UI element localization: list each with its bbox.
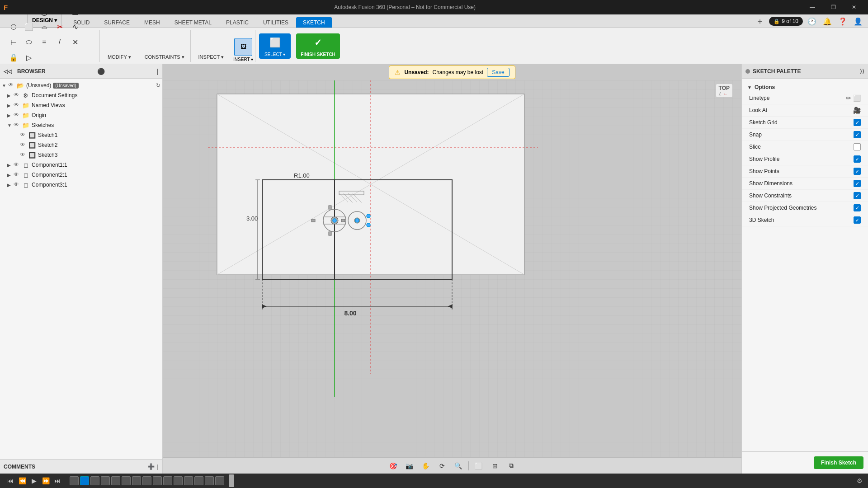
c1-eye[interactable]: 👁: [14, 161, 21, 169]
palette-row-linetype[interactable]: Linetype ✏ ⬜: [742, 92, 868, 104]
modify-btn[interactable]: MODIFY ▾: [104, 53, 135, 62]
sketches-eye[interactable]: 👁: [14, 122, 21, 129]
save-button[interactable]: Save: [487, 68, 509, 77]
timeline-item-4[interactable]: [111, 476, 120, 485]
bell-button[interactable]: 🔔: [821, 15, 834, 28]
view-cube-btn[interactable]: ⧉: [505, 460, 518, 472]
root-eye[interactable]: 👁: [8, 82, 15, 89]
show-points-checkbox[interactable]: ✓: [854, 168, 861, 175]
minimize-button[interactable]: —: [802, 0, 823, 14]
inspect-btn[interactable]: INSPECT ▾: [194, 53, 228, 62]
constraints-btn[interactable]: CONSTRAINTS ▾: [141, 53, 189, 62]
timeline-item-9[interactable]: [163, 476, 172, 485]
tree-origin[interactable]: ▶ 👁 📁 Origin: [0, 110, 162, 120]
cut-tool[interactable]: ✂: [52, 19, 67, 34]
timeline-item-3[interactable]: [101, 476, 110, 485]
step-forward-button[interactable]: ⏩: [41, 476, 51, 486]
palette-row-show-projected[interactable]: Show Projected Geometries ✓: [742, 202, 868, 214]
select-button[interactable]: ⬜ SELECT ▾: [259, 33, 291, 59]
linetype-icon2[interactable]: ⬜: [853, 94, 861, 102]
lookat-icon[interactable]: 🎥: [853, 107, 861, 114]
tab-sketch[interactable]: SKETCH: [296, 17, 332, 28]
tab-surface[interactable]: SURFACE: [97, 17, 137, 28]
palette-expand-icon[interactable]: ⟩⟩: [860, 68, 864, 75]
timeline-item-7[interactable]: [142, 476, 151, 485]
palette-row-3d-sketch[interactable]: 3D Sketch ✓: [742, 214, 868, 226]
palette-row-show-dimensions[interactable]: Show Dimensions ✓: [742, 178, 868, 190]
collapse-left-icon[interactable]: ◁◁: [4, 68, 12, 75]
display-mode-btn[interactable]: ⬜: [472, 460, 485, 472]
s1-eye[interactable]: 👁: [20, 131, 27, 139]
browser-collapse-icon[interactable]: |: [157, 68, 159, 75]
tree-sketch1[interactable]: 👁 🔲 Sketch1: [0, 130, 162, 140]
add-tab-button[interactable]: ＋: [754, 15, 766, 28]
timeline-playhead[interactable]: [229, 474, 234, 487]
lock-tool[interactable]: 🔒: [6, 50, 21, 65]
timeline-item-10[interactable]: [174, 476, 183, 485]
maximize-button[interactable]: ❐: [823, 0, 844, 14]
capture-tool-btn[interactable]: 📷: [403, 460, 416, 472]
timeline-item-14[interactable]: [215, 476, 224, 485]
palette-row-sketch-grid[interactable]: Sketch Grid ✓: [742, 117, 868, 129]
wave-tool[interactable]: ∿: [68, 19, 82, 34]
triang2-tool[interactable]: ▷: [22, 50, 36, 65]
clock-button[interactable]: 🕐: [806, 15, 818, 28]
user-button[interactable]: 👤: [852, 15, 864, 28]
palette-row-show-constraints[interactable]: Show Constraints ✓: [742, 190, 868, 202]
timeline-item-2[interactable]: [90, 476, 99, 485]
palette-row-show-profile[interactable]: Show Profile ✓: [742, 153, 868, 165]
slash-tool[interactable]: /: [52, 35, 67, 49]
timeline-item-6[interactable]: [132, 476, 141, 485]
tree-sketch3[interactable]: 👁 🔲 Sketch3: [0, 150, 162, 160]
tree-sketch2[interactable]: 👁 🔲 Sketch2: [0, 140, 162, 150]
timeline-item-8[interactable]: [153, 476, 162, 485]
timeline-item[interactable]: [70, 476, 79, 485]
orbit-tool-btn[interactable]: ⟳: [436, 460, 448, 472]
timeline-item-5[interactable]: [122, 476, 131, 485]
skip-start-button[interactable]: ⏮: [5, 476, 15, 486]
slice-checkbox[interactable]: [854, 143, 861, 150]
tree-doc-settings[interactable]: ▶ 👁 ⚙ Document Settings: [0, 90, 162, 100]
help-button[interactable]: ❓: [836, 15, 849, 28]
grid-btn[interactable]: ⊞: [489, 460, 501, 472]
spline-tool[interactable]: ⌓: [37, 19, 52, 34]
play-button[interactable]: ▶: [29, 476, 39, 486]
sketch-viewport[interactable]: R1.00 3.00: [163, 80, 741, 457]
views-eye[interactable]: 👁: [14, 102, 21, 109]
settings-gear-button[interactable]: ⚙: [857, 477, 863, 484]
square2-tool[interactable]: ⬜: [22, 19, 36, 34]
sketch-svg[interactable]: R1.00 3.00: [163, 80, 741, 457]
c3-eye[interactable]: 👁: [14, 181, 21, 188]
pan-tool-btn[interactable]: ✋: [420, 460, 432, 472]
palette-row-show-points[interactable]: Show Points ✓: [742, 165, 868, 178]
linetype-icon1[interactable]: ✏: [846, 94, 851, 102]
polygon-tool[interactable]: ⬡: [6, 19, 21, 34]
tab-mesh[interactable]: MESH: [137, 17, 167, 28]
options-header[interactable]: ▼ Options: [742, 82, 868, 92]
ellipse-tool[interactable]: ⬭: [22, 35, 36, 49]
finish-sketch-ribbon-button[interactable]: ✓ FINISH SKETCH: [296, 33, 340, 59]
tree-comp3[interactable]: ▶ 👁 ◻ Component3:1: [0, 180, 162, 190]
timeline-item-12[interactable]: [194, 476, 203, 485]
skip-end-button[interactable]: ⏭: [52, 476, 62, 486]
canvas-area[interactable]: ⚠ Unsaved: Changes may be lost Save: [163, 64, 741, 474]
c2-eye[interactable]: 👁: [14, 171, 21, 178]
timeline-item-13[interactable]: [205, 476, 214, 485]
origin-eye[interactable]: 👁: [14, 112, 21, 119]
cross-tool[interactable]: ✕: [68, 35, 82, 49]
step-back-button[interactable]: ⏪: [17, 476, 27, 486]
tree-sketches[interactable]: ▼ 👁 📁 Sketches: [0, 120, 162, 130]
show-projected-checkbox[interactable]: ✓: [854, 204, 861, 211]
palette-row-lookat[interactable]: Look At 🎥: [742, 104, 868, 117]
tree-root[interactable]: ▼ 👁 📂 (Unsaved) (Unsaved) ↻: [0, 80, 162, 90]
snap-tool-btn[interactable]: 🎯: [387, 460, 400, 472]
doc-eye[interactable]: 👁: [14, 92, 21, 99]
zoom-tool-btn[interactable]: 🔍: [452, 460, 465, 472]
tree-comp1[interactable]: ▶ 👁 ◻ Component1:1: [0, 160, 162, 170]
tree-comp2[interactable]: ▶ 👁 ◻ Component2:1: [0, 170, 162, 180]
root-refresh-icon[interactable]: ↻: [156, 82, 160, 89]
3d-sketch-checkbox[interactable]: ✓: [854, 216, 861, 224]
timeline-item-11[interactable]: [184, 476, 193, 485]
s2-eye[interactable]: 👁: [20, 141, 27, 149]
sketch-grid-checkbox[interactable]: ✓: [854, 119, 861, 126]
